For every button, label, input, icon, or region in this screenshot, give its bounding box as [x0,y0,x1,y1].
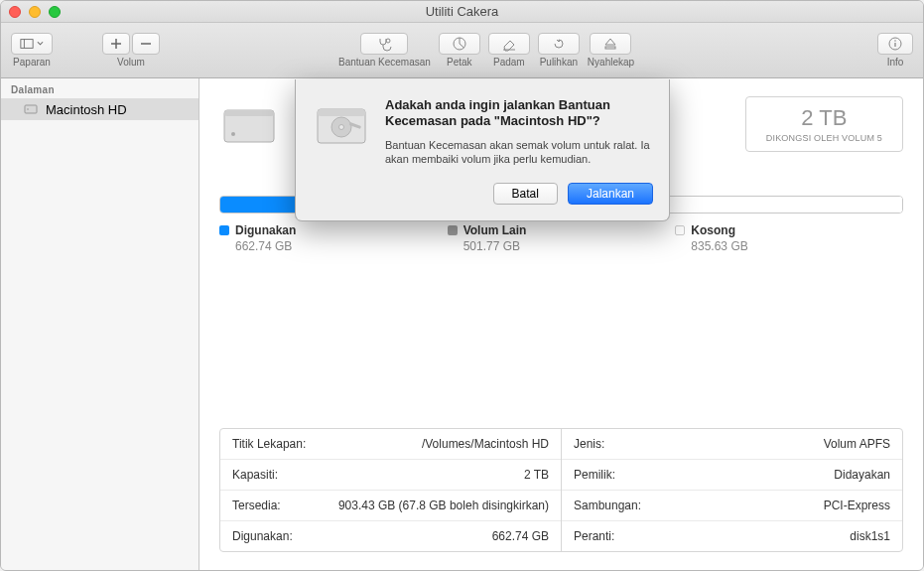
disk-dialog-icon [312,97,371,157]
detail-row: Titik Lekapan:/Volumes/Macintosh HD [220,429,561,460]
unmount-button[interactable] [590,33,631,55]
info-button[interactable] [877,33,913,55]
run-button[interactable]: Jalankan [568,183,653,205]
svg-point-13 [231,132,235,136]
dialog-description: Bantuan Kecemasan akan semak volum untuk… [385,138,653,168]
legend-other-label: Volum Lain [463,223,527,237]
first-aid-label: Bantuan Kecemasan [338,57,431,68]
volume-label: Volum [117,57,145,68]
sidebar-section-internal: Dalaman [1,78,198,98]
view-button[interactable] [11,33,53,55]
chevron-down-icon [37,40,44,48]
sidebar-item-label: Macintosh HD [46,102,127,117]
svg-rect-5 [605,47,615,49]
info-label: Info [887,57,904,68]
pie-icon [452,36,467,52]
svg-point-17 [339,125,344,130]
plus-icon [108,36,124,52]
swatch-free [675,225,685,235]
first-aid-dialog: Adakah anda ingin jalankan Bantuan Kecem… [295,79,670,221]
restore-label: Pulihkan [540,57,578,68]
sidebar-item-macintosh-hd[interactable]: Macintosh HD [1,98,198,120]
svg-point-7 [894,40,896,42]
svg-rect-9 [25,105,37,113]
swatch-other [448,225,458,235]
partition-label: Petak [447,57,472,68]
cancel-button[interactable]: Batal [493,183,558,205]
sidebar: Dalaman Macintosh HD [1,78,199,570]
view-label: Paparan [13,57,51,68]
erase-label: Padam [493,57,525,68]
legend-used-label: Digunakan [235,223,296,237]
usage-legend: Digunakan 662.74 GB Volum Lain 501.77 GB… [219,223,903,253]
info-icon [887,36,903,52]
capacity-box: 2 TB DIKONGSI OLEH VOLUM 5 [745,96,903,152]
disk-large-icon [219,96,279,156]
detail-row: Sambungan:PCI-Express [562,491,902,521]
detail-row: Digunakan:662.74 GB [220,521,561,551]
swatch-used [219,225,229,235]
dialog-title: Adakah anda ingin jalankan Bantuan Kecem… [385,97,653,130]
legend-free-value: 835.63 GB [691,239,903,253]
svg-rect-15 [318,109,365,116]
restore-button[interactable] [538,33,580,55]
details-col-left: Titik Lekapan:/Volumes/Macintosh HD Kapa… [220,429,562,551]
svg-rect-0 [21,40,33,49]
app-window: Utiliti Cakera Paparan Volum [0,0,924,571]
detail-row: Tersedia:903.43 GB (67.8 GB boleh dising… [220,491,561,521]
eject-icon [602,36,618,52]
first-aid-button[interactable] [360,33,408,55]
erase-icon [501,36,517,52]
capacity-value: 2 TB [766,105,882,131]
window-title: Utiliti Cakera [1,4,923,19]
remove-volume-button[interactable] [132,33,160,55]
disk-icon [23,101,39,117]
details-col-right: Jenis:Volum APFS Pemilik:Didayakan Sambu… [562,429,902,551]
titlebar: Utiliti Cakera [1,1,923,23]
unmount-label: Nyahlekap [588,57,634,68]
partition-button[interactable] [439,33,480,55]
capacity-subtitle: DIKONGSI OLEH VOLUM 5 [766,133,882,143]
detail-row: Pemilik:Didayakan [562,460,902,491]
legend-other-value: 501.77 GB [463,239,676,253]
svg-point-2 [386,39,390,43]
add-volume-button[interactable] [102,33,130,55]
details-table: Titik Lekapan:/Volumes/Macintosh HD Kapa… [219,428,903,552]
detail-row: Jenis:Volum APFS [562,429,902,460]
toolbar: Paparan Volum Bantuan Kecemasan [1,23,923,78]
detail-row: Kapasiti:2 TB [220,460,561,491]
minus-icon [138,36,154,52]
erase-button[interactable] [488,33,530,55]
svg-rect-12 [224,110,274,116]
restore-icon [551,36,567,52]
sidebar-view-icon [20,36,34,52]
stethoscope-icon [376,36,392,52]
legend-used-value: 662.74 GB [235,239,448,253]
svg-point-10 [27,108,28,109]
detail-row: Peranti:disk1s1 [562,521,902,551]
legend-free-label: Kosong [691,223,735,237]
